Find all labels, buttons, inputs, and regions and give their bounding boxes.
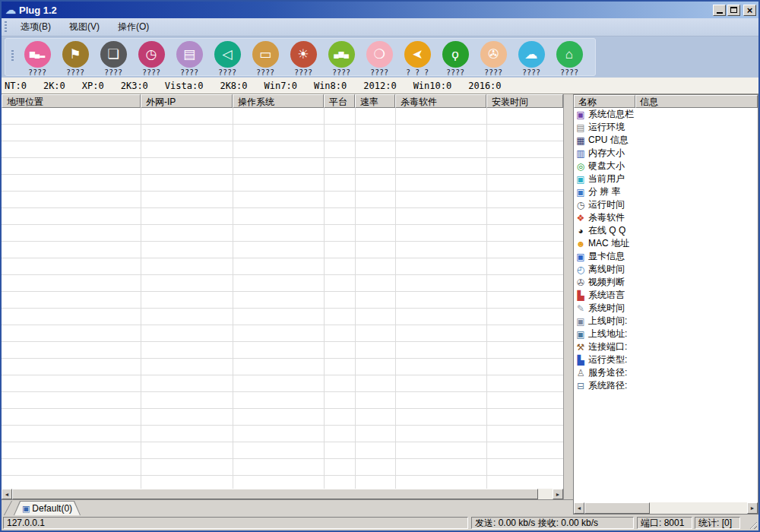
detail-row[interactable]: ◷ 运行时间 [574,198,758,211]
scroll-right-icon[interactable]: ► [553,489,563,499]
detail-row[interactable]: ❖ 杀毒软件 [574,211,758,224]
speaker-icon[interactable]: ◁ [214,41,241,68]
detail-row[interactable]: ◕ 在线 Q Q [574,224,758,237]
maximize-button[interactable] [727,5,740,16]
detail-row-label: MAC 地址 [588,237,629,250]
browser-window-icon[interactable]: ▤ [176,41,203,68]
table-body[interactable] [2,108,563,489]
clock-icon[interactable]: ◷ [138,41,165,68]
scrollbar-thumb[interactable] [584,502,650,514]
minimize-button[interactable] [713,5,726,16]
detail-row[interactable]: ▣ 上线时间: [574,315,758,328]
column-header[interactable]: 平台 [324,94,355,108]
detail-row[interactable]: ◎ 硬盘大小 [574,160,758,173]
group-tab[interactable]: ▣ Default(0) [14,501,81,515]
webcam-icon: ✇ [575,278,586,287]
stats-bars-icon[interactable]: ▄▆▄ [328,41,355,68]
detail-row[interactable]: ♙ 服务途径: [574,366,758,379]
column-header[interactable]: 外网-IP [141,94,233,108]
toolbar-button[interactable]: ☀ ???? [284,41,322,77]
lightbulb-icon[interactable]: ϙ [442,41,469,68]
close-button[interactable]: × [743,5,756,16]
table-horizontal-scrollbar[interactable]: ◄ ► [2,489,563,499]
toolbar-button[interactable]: ☁ ???? [512,41,550,77]
os-count: 2K3:0 [121,81,148,91]
detail-row-label: 运行环境 [588,121,625,134]
toolbar-button[interactable]: ▆▄▂ ???? [18,41,56,77]
column-header[interactable]: 安装时间 [486,94,563,108]
detail-row[interactable]: ☻ MAC 地址 [574,237,758,250]
menu-item[interactable]: 选项(B) [11,18,60,36]
scroll-right-icon[interactable]: ► [747,502,758,514]
scroll-left-icon[interactable]: ◄ [574,502,584,514]
resize-grip[interactable] [748,520,757,529]
detail-row[interactable]: ▥ 内存大小 [574,147,758,160]
toolbar-button[interactable]: ▤ ???? [170,41,208,77]
detail-row[interactable]: ▣ 上线地址: [574,328,758,340]
toolbar-button-label: ? ? ? [406,68,429,77]
flag-icon[interactable]: ⚑ [62,41,89,68]
details-horizontal-scrollbar[interactable]: ◄ ► [574,502,758,514]
scroll-left-icon[interactable]: ◄ [2,489,12,499]
toolbar-button[interactable]: ⚑ ???? [56,41,94,77]
toolbar-button[interactable]: ➤ ? ? ? [398,41,436,77]
detail-row[interactable]: ✎ 系统时间 [574,302,758,315]
detail-row[interactable]: ▙ 系统语言 [574,289,758,302]
column-header[interactable]: 杀毒软件 [395,94,486,108]
detail-row[interactable]: ▣ 分 辨 率 [574,185,758,198]
detail-row[interactable]: ◴ 离线时间 [574,263,758,276]
toolbar-button-label: ???? [142,68,160,77]
gpu-monitor-icon: ▣ [575,252,586,261]
detail-row[interactable]: ▙ 运行类型: [574,353,758,366]
laptop-icon[interactable]: ▭ [252,41,279,68]
photos-icon[interactable]: ❏ [100,41,127,68]
menu-item[interactable]: 操作(O) [109,18,158,36]
detail-row-label: CPU 信息 [588,134,629,147]
toolbar-button[interactable]: ◁ ???? [208,41,246,77]
detail-row-label: 离线时间 [588,263,625,276]
toolbar-button[interactable]: ▭ ???? [246,41,284,77]
menu-bar: 选项(B)视图(V)操作(O) [2,18,758,36]
magnifier-icon[interactable]: ❍ [366,41,393,68]
detail-row[interactable]: ▦ CPU 信息 [574,134,758,147]
cpu-chip-icon: ▦ [575,136,586,145]
column-header[interactable]: 操作系统 [233,94,324,108]
toolbar-button[interactable]: ▄▆▄ ???? [322,41,360,77]
details-column-header[interactable]: 名称 [574,95,635,108]
detail-row[interactable]: ▣ 系统信息栏 [574,108,758,121]
menu-item[interactable]: 视图(V) [60,18,109,36]
toolbar-button[interactable]: ⌂ ???? [550,41,588,77]
cloud-icon[interactable]: ☁ [518,41,545,68]
cursor-arrow-icon[interactable]: ➤ [404,41,431,68]
scrollbar-thumb[interactable] [12,489,538,499]
detail-row-label: 内存大小 [588,147,625,160]
detail-row[interactable]: ▣ 显卡信息 [574,250,758,263]
column-gridline [324,108,325,489]
toolbar-button[interactable]: ◷ ???? [132,41,170,77]
video-camera-icon[interactable]: ✇ [480,41,507,68]
detail-row[interactable]: ✇ 视频判断 [574,276,758,289]
detail-row[interactable]: ▣ 当前用户 [574,173,758,185]
sun-icon[interactable]: ☀ [290,41,317,68]
home-icon[interactable]: ⌂ [556,41,583,68]
detail-row[interactable]: ⚒ 连接端口: [574,340,758,353]
toolbar-grip[interactable] [11,50,14,62]
stats-decline-icon[interactable]: ▆▄▂ [24,41,51,68]
detail-row[interactable]: ▤ 运行环境 [574,121,758,134]
toolbar-button[interactable]: ✇ ???? [474,41,512,77]
detail-row[interactable]: ⊟ 系统路径: [574,379,758,392]
menu-grip[interactable] [5,21,7,33]
main-area: 地理位置外网-IP操作系统平台速率杀毒软件安装时间 ◄ ► ▣ Default(… [2,94,758,515]
column-header[interactable]: 速率 [355,94,395,108]
column-header[interactable]: 地理位置 [2,94,141,108]
run-type-icon: ▙ [575,356,586,365]
toolbar-button[interactable]: ❏ ???? [94,41,132,77]
disk-icon: ◎ [575,162,586,171]
toolbar-button-label: ???? [180,68,198,77]
toolbar-button-label: ???? [522,68,540,77]
offline-clock-icon: ◴ [575,265,586,274]
toolbar-button-label: ???? [484,68,502,77]
details-column-header[interactable]: 信息 [635,95,758,108]
toolbar-button[interactable]: ❍ ???? [360,41,398,77]
toolbar-button[interactable]: ϙ ???? [436,41,474,77]
